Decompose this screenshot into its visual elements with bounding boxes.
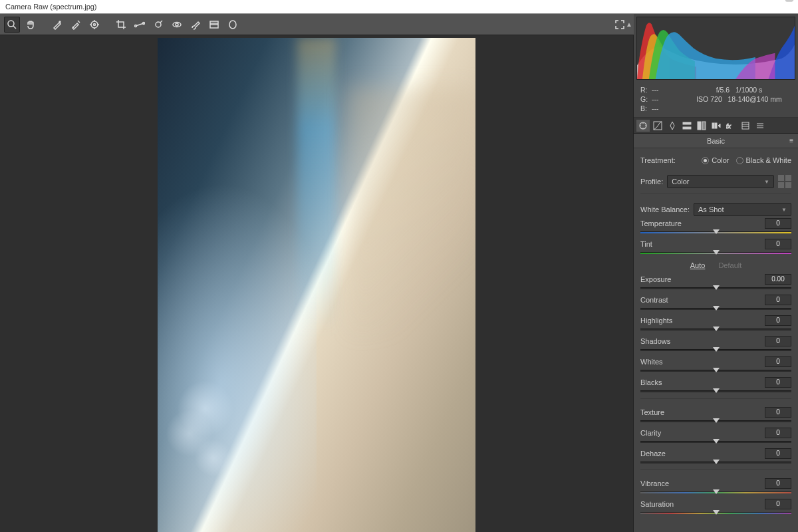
exposure-value[interactable]: 0.00 bbox=[765, 274, 791, 285]
blacks-label: Blacks bbox=[640, 378, 662, 386]
panel-menu-icon[interactable]: ≡ bbox=[789, 137, 794, 144]
shadows-value[interactable]: 0 bbox=[765, 336, 791, 346]
toolbar bbox=[0, 14, 633, 35]
tint-value[interactable]: 0 bbox=[765, 239, 791, 249]
wb-value: As Shot bbox=[698, 205, 724, 213]
spot-removal-tool[interactable] bbox=[150, 17, 166, 33]
crop-tool[interactable] bbox=[113, 17, 129, 33]
blacks-value[interactable]: 0 bbox=[765, 377, 791, 388]
canvas[interactable] bbox=[0, 35, 633, 532]
clarity-label: Clarity bbox=[640, 429, 661, 437]
vibrance-label: Vibrance bbox=[640, 479, 669, 487]
saturation-value[interactable]: 0 bbox=[765, 499, 791, 509]
cloud-icon[interactable] bbox=[785, 0, 794, 6]
svg-line-1 bbox=[13, 26, 16, 29]
tab-basic[interactable] bbox=[636, 120, 650, 132]
tab-detail[interactable] bbox=[666, 120, 679, 132]
vibrance-slider[interactable] bbox=[640, 490, 791, 495]
dehaze-value[interactable]: 0 bbox=[765, 448, 791, 459]
target-adjust-tool[interactable] bbox=[86, 17, 102, 33]
svg-rect-27 bbox=[715, 123, 717, 128]
svg-rect-24 bbox=[698, 122, 701, 130]
whites-slider[interactable] bbox=[640, 368, 791, 374]
tab-lens[interactable] bbox=[710, 120, 723, 132]
panel-title-text: Basic bbox=[707, 137, 725, 145]
clarity-slider[interactable] bbox=[640, 440, 791, 445]
panel-title: Basic ≡ bbox=[634, 134, 798, 148]
tab-split[interactable] bbox=[695, 120, 708, 132]
main-pane bbox=[0, 14, 633, 532]
adjustment-brush-tool[interactable] bbox=[188, 17, 203, 33]
contrast-label: Contrast bbox=[640, 296, 668, 304]
color-sampler-tool[interactable] bbox=[68, 17, 84, 33]
exposure-slider[interactable] bbox=[640, 286, 791, 291]
wb-select[interactable]: As Shot▼ bbox=[694, 203, 791, 216]
side-panel: ▲ R: --- G: --- B: --- f/5.6 1/1000 s bbox=[633, 14, 798, 532]
svg-rect-25 bbox=[702, 122, 706, 130]
profile-value: Color bbox=[672, 178, 689, 186]
temperature-label: Temperature bbox=[640, 219, 682, 227]
svg-point-2 bbox=[59, 21, 61, 23]
texture-label: Texture bbox=[640, 408, 664, 416]
dehaze-slider[interactable] bbox=[640, 460, 791, 466]
tab-curve[interactable] bbox=[651, 120, 664, 132]
scroll-up-icon[interactable]: ▲ bbox=[624, 14, 634, 35]
exif-iso: ISO 720 bbox=[696, 95, 722, 103]
blacks-slider[interactable] bbox=[640, 389, 791, 394]
profile-label: Profile: bbox=[640, 178, 663, 186]
treatment-color-radio[interactable]: Color bbox=[702, 156, 729, 164]
red-eye-tool[interactable] bbox=[169, 17, 185, 33]
svg-rect-26 bbox=[712, 123, 714, 128]
exif-b: --- bbox=[652, 104, 661, 113]
svg-point-0 bbox=[8, 21, 14, 27]
profile-select[interactable]: Color▼ bbox=[667, 175, 774, 188]
svg-point-15 bbox=[176, 23, 178, 26]
tab-fx[interactable]: fx bbox=[724, 120, 737, 132]
wb-label: White Balance: bbox=[640, 205, 690, 213]
exif-aperture: f/5.6 bbox=[716, 86, 730, 94]
contrast-value[interactable]: 0 bbox=[765, 295, 791, 305]
exif-readout: R: --- G: --- B: --- f/5.6 1/1000 s ISO … bbox=[634, 82, 798, 118]
graduated-filter-tool[interactable] bbox=[206, 17, 222, 33]
zoom-tool[interactable] bbox=[4, 17, 20, 33]
tint-slider[interactable] bbox=[640, 251, 791, 256]
white-balance-tool[interactable] bbox=[49, 17, 65, 33]
svg-point-19 bbox=[229, 21, 236, 29]
shadows-label: Shadows bbox=[640, 337, 670, 345]
tab-presets[interactable] bbox=[753, 120, 767, 132]
tab-hsl[interactable] bbox=[680, 120, 694, 132]
shadows-slider[interactable] bbox=[640, 348, 791, 353]
whites-value[interactable]: 0 bbox=[765, 356, 791, 367]
histogram[interactable] bbox=[636, 17, 795, 80]
auto-button[interactable]: Auto bbox=[690, 261, 706, 269]
hand-tool[interactable] bbox=[23, 17, 39, 33]
treatment-color-text: Color bbox=[712, 156, 729, 164]
profile-browser-icon[interactable] bbox=[778, 175, 791, 188]
contrast-slider[interactable] bbox=[640, 307, 791, 312]
svg-point-5 bbox=[94, 23, 96, 25]
temperature-value[interactable]: 0 bbox=[765, 218, 791, 229]
tab-calibration[interactable] bbox=[739, 120, 752, 132]
svg-text:fx: fx bbox=[726, 123, 732, 130]
exposure-label: Exposure bbox=[640, 275, 671, 283]
highlights-value[interactable]: 0 bbox=[765, 315, 791, 326]
temperature-slider[interactable] bbox=[640, 230, 791, 235]
treatment-bw-radio[interactable]: Black & White bbox=[736, 156, 791, 164]
highlights-slider[interactable] bbox=[640, 327, 791, 332]
svg-point-13 bbox=[156, 22, 161, 27]
tint-label: Tint bbox=[640, 240, 652, 248]
vibrance-value[interactable]: 0 bbox=[765, 478, 791, 489]
preview-image bbox=[158, 38, 475, 532]
straighten-tool[interactable] bbox=[132, 17, 148, 33]
saturation-slider[interactable] bbox=[640, 511, 791, 516]
saturation-label: Saturation bbox=[640, 500, 674, 508]
basic-panel: Treatment: Color Black & White Profile: … bbox=[634, 148, 798, 532]
radial-filter-tool[interactable] bbox=[225, 17, 241, 33]
texture-value[interactable]: 0 bbox=[765, 407, 791, 418]
svg-point-4 bbox=[91, 21, 98, 28]
texture-slider[interactable] bbox=[640, 419, 791, 424]
clarity-value[interactable]: 0 bbox=[765, 428, 791, 438]
exif-g: --- bbox=[652, 94, 661, 104]
default-button[interactable]: Default bbox=[718, 261, 741, 269]
svg-rect-22 bbox=[683, 122, 691, 124]
